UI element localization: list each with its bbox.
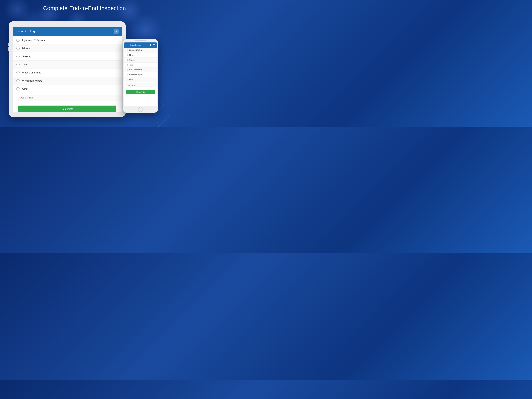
phone-device: ← ← Inspection Log	[123, 38, 158, 113]
tablet-side-buttons	[8, 43, 9, 51]
tablet-label-tires: Tires	[22, 63, 27, 66]
tablet-close-button[interactable]: ✕	[114, 29, 119, 34]
phone-email-icon[interactable]	[153, 44, 155, 46]
phone-screen: ← ← Inspection Log	[124, 43, 157, 106]
phone-header-icons	[149, 44, 155, 46]
phone-item-other[interactable]: Other	[124, 77, 157, 82]
tablet-label-wipers: Windshield Wipers	[22, 79, 42, 82]
phone-radio-steering[interactable]	[126, 59, 128, 61]
phone-item-wipers[interactable]: Windshield Wipers	[124, 72, 157, 77]
tablet-radio-steering[interactable]	[16, 55, 19, 58]
tablet-label-wheels: Wheels and Rims	[22, 71, 41, 74]
phone-header-title: ← Inspection Log	[128, 44, 140, 46]
svg-line-0	[158, 116, 169, 127]
tablet-label-mirrors: Mirrors	[22, 47, 30, 50]
tablet-radio-tires[interactable]	[16, 63, 19, 66]
phone-top-bar	[135, 40, 146, 41]
phone-radio-wipers[interactable]	[126, 74, 128, 76]
phone-item-wheels[interactable]: Wheels and Rims	[124, 68, 157, 72]
tablet-label-lights: Lights and Reflectors	[22, 39, 45, 42]
phone-header: ← ← Inspection Log	[124, 43, 157, 48]
tablet-device: Inspection Log ✕ Lights and Reflectors M…	[9, 21, 126, 117]
tablet-radio-other[interactable]	[16, 87, 19, 90]
tablet-no-defects-button[interactable]: No defects	[18, 106, 116, 112]
tablet-inspection-body: Lights and Reflectors Mirrors Steering T…	[13, 36, 122, 112]
svg-point-6	[169, 116, 169, 116]
phone-item-steering[interactable]: Steering	[124, 58, 157, 63]
tablet-item-other[interactable]: Other	[13, 85, 122, 93]
tablet-radio-wheels[interactable]	[16, 71, 19, 74]
phone-label-tires: Tires	[129, 64, 133, 66]
svg-point-7	[163, 105, 164, 106]
phone-person-icon[interactable]	[149, 44, 152, 46]
tablet-label-steering: Steering	[22, 55, 31, 58]
phone-label-mirrors: Mirrors	[129, 54, 134, 56]
phone-label-other: Other	[129, 79, 133, 81]
phone-home-button[interactable]	[138, 107, 143, 112]
phone-item-lights[interactable]: Lights and Reflectors	[124, 48, 157, 53]
phone-item-mirrors[interactable]: Mirrors	[124, 53, 157, 58]
tablet-item-tires[interactable]: Tires	[13, 61, 122, 69]
page-title: Complete End-to-End Inspection	[0, 0, 169, 15]
phone-header-left: ← ← Inspection Log	[126, 44, 140, 46]
phone-remark-input[interactable]	[126, 83, 157, 87]
phone-item-tires[interactable]: Tires	[124, 63, 157, 68]
phone-label-wipers: Windshield Wipers	[129, 74, 143, 76]
tablet-header-title: Inspection Log	[16, 30, 35, 33]
tablet-item-wipers[interactable]: Windshield Wipers	[13, 77, 122, 85]
tablet-label-other: Other	[22, 88, 28, 90]
tablet-button-1	[8, 43, 9, 46]
phone-back-arrow[interactable]: ←	[126, 44, 127, 46]
tablet-radio-wipers[interactable]	[16, 79, 19, 82]
phone-radio-other[interactable]	[126, 79, 128, 81]
phone-no-defects-button[interactable]: No defects	[126, 90, 155, 94]
tablet-radio-mirrors[interactable]	[16, 47, 19, 50]
phone-radio-tires[interactable]	[126, 64, 128, 66]
tablet-screen: Inspection Log ✕ Lights and Reflectors M…	[13, 27, 122, 112]
svg-line-4	[158, 97, 164, 105]
tablet-close-icon: ✕	[115, 30, 117, 33]
tablet-item-steering[interactable]: Steering	[13, 52, 122, 61]
tablet-item-lights[interactable]: Lights and Reflectors	[13, 36, 122, 44]
phone-radio-wheels[interactable]	[126, 69, 128, 71]
tablet-item-wheels[interactable]: Wheels and Rims	[13, 69, 122, 77]
tablet-remark-input[interactable]	[18, 95, 122, 101]
svg-line-3	[156, 113, 158, 127]
tablet-item-mirrors[interactable]: Mirrors	[13, 44, 122, 52]
phone-label-wheels: Wheels and Rims	[129, 69, 142, 71]
phone-radio-lights[interactable]	[126, 49, 128, 51]
tablet-button-2	[8, 47, 9, 51]
svg-point-8	[155, 113, 156, 114]
tablet-radio-lights[interactable]	[16, 38, 19, 42]
tablet-inspection-header: Inspection Log ✕	[13, 27, 122, 36]
svg-point-10	[150, 44, 151, 45]
phone-label-steering: Steering	[129, 59, 135, 61]
svg-point-5	[158, 126, 159, 127]
phone-label-lights: Lights and Reflectors	[129, 49, 144, 51]
phone-radio-mirrors[interactable]	[126, 54, 128, 56]
svg-line-1	[164, 105, 169, 116]
